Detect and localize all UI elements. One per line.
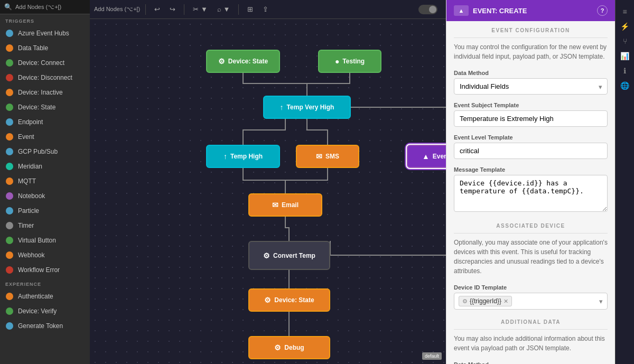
cut-button[interactable]: ✂ ▼ <box>190 3 210 15</box>
toolbar: Add Nodes (⌥+[) ↩ ↪ ✂ ▼ ⌕ ▼ ⊞ ⇪ <box>90 0 446 19</box>
sidebar-icon-device-disconnect <box>5 73 14 82</box>
sidebar-icon-device-state <box>5 103 14 111</box>
event-subject-input[interactable] <box>454 110 608 127</box>
sidebar-icon-authenticate <box>5 292 14 301</box>
sidebar-item-gcp-pubsub[interactable]: GCP Pub/Sub <box>0 144 90 159</box>
sidebar-label-timer: Timer <box>18 222 34 229</box>
sidebar-label-generate-token: Generate Token <box>18 322 63 330</box>
sidebar-item-workflow-error[interactable]: Workflow Error <box>0 263 90 277</box>
export-button[interactable]: ⇪ <box>259 3 272 15</box>
info-icon[interactable]: ℹ <box>618 63 632 78</box>
sidebar-icon-azure-event-hubs <box>5 29 14 38</box>
zoom-button[interactable]: ⌕ ▼ <box>214 3 233 15</box>
node-icon-convert-temp-node: ⚙ <box>263 251 270 260</box>
default-badge: default <box>422 352 442 360</box>
panel-help-icon[interactable]: ? <box>597 5 608 16</box>
sidebar-item-device-connect[interactable]: Device: Connect <box>0 55 90 70</box>
sidebar-icon-device-inactive <box>5 88 14 97</box>
sidebar-item-data-table[interactable]: Data Table <box>0 41 90 55</box>
toggle-knob <box>429 6 436 13</box>
right-icon-buttons: ≡⚡⑂📊ℹ🌐 <box>618 4 632 93</box>
sidebar-icon-device-verify <box>5 307 14 315</box>
sidebar-item-device-state[interactable]: Device: State <box>0 100 90 115</box>
temp-high-node[interactable]: ↑ Temp High <box>206 145 280 168</box>
sidebar-label-device-verify: Device: Verify <box>18 307 57 315</box>
debug-node[interactable]: ⚙ Debug <box>248 336 330 359</box>
sidebar-icon-data-table <box>5 44 14 52</box>
temp-very-high-node[interactable]: ↑ Temp Very High <box>263 96 351 119</box>
workflow-toggle[interactable] <box>418 5 437 14</box>
node-label-email-node: Email <box>282 201 299 209</box>
sidebar-item-endpoint[interactable]: Endpoint <box>0 115 90 129</box>
panel-header-icon: ▲ <box>454 5 469 16</box>
canvas[interactable]: ⚙ Device: State ● Testing ↑ Temp Very Hi… <box>90 19 446 364</box>
sidebar-item-meridian[interactable]: Meridian <box>0 159 90 174</box>
sidebar-item-timer[interactable]: Timer <box>0 218 90 233</box>
device-id-value: {{triggerId}} <box>470 297 501 305</box>
sidebar-item-webhook[interactable]: Webhook <box>0 248 90 263</box>
sidebar-label-endpoint: Endpoint <box>18 118 43 126</box>
node-icon-event-create-node: ▲ <box>422 152 430 161</box>
event-level-input[interactable] <box>454 143 608 159</box>
sidebar-item-azure-event-hubs[interactable]: Azure Event Hubs <box>0 26 90 41</box>
convert-temp-node[interactable]: ⚙ Convert Temp <box>248 241 330 270</box>
node-label-temp-very-high-node: Temp Very High <box>287 104 334 111</box>
data-method-select[interactable]: Individual FieldsPayload PathJSON Templa… <box>454 78 608 95</box>
node-label-testing-node: Testing <box>342 58 365 65</box>
device-id-label: Device ID Template <box>446 280 615 293</box>
sidebar-item-event[interactable]: Event <box>0 129 90 144</box>
node-label-device-state-node: Device: State <box>228 58 268 65</box>
sidebar-item-device-disconnect[interactable]: Device: Disconnect <box>0 70 90 85</box>
frame-button[interactable]: ⊞ <box>244 3 256 15</box>
testing-node[interactable]: ● Testing <box>318 50 381 73</box>
redo-button[interactable]: ↪ <box>166 3 179 15</box>
toolbar-divider-3 <box>238 4 239 15</box>
sidebar-icon-workflow-error <box>5 266 14 274</box>
sidebar-item-virtual-button[interactable]: Virtual Button <box>0 233 90 248</box>
node-icon-device-state-node: ⚙ <box>218 57 225 66</box>
sidebar-label-gcp-pubsub: GCP Pub/Sub <box>18 148 58 155</box>
sidebar-item-particle[interactable]: Particle <box>0 203 90 218</box>
panel-header: ▲ EVENT: CREATE ? <box>446 0 615 21</box>
event-create-node[interactable]: ▲ Event: Create <box>407 145 446 168</box>
sidebar-item-notebook[interactable]: Notebook <box>0 189 90 203</box>
search-bar[interactable]: 🔍 Add Nodes (⌥+[) <box>0 0 90 14</box>
device-id-dropdown-arrow[interactable]: ▾ <box>599 297 603 305</box>
node-label-temp-high-node: Temp High <box>230 153 263 160</box>
sidebar-label-azure-event-hubs: Azure Event Hubs <box>18 30 69 37</box>
device-state-node2[interactable]: ⚙ Device: State <box>248 288 330 312</box>
panel-title: EVENT: CREATE <box>473 7 527 15</box>
settings-icon[interactable]: ≡ <box>618 4 632 19</box>
flash-icon[interactable]: ⚡ <box>618 19 632 34</box>
panel-body: EVENT CONFIGURATION You may control the … <box>446 21 615 364</box>
trigger-items-container: Azure Event Hubs Data Table Device: Conn… <box>0 26 90 277</box>
device-tag-remove-icon[interactable]: ✕ <box>504 298 508 305</box>
chart-icon[interactable]: 📊 <box>618 49 632 63</box>
event-subject-label: Event Subject Template <box>446 98 615 110</box>
sidebar-label-device-inactive: Device: Inactive <box>18 89 63 96</box>
node-icon-sms-node: ✉ <box>316 152 322 161</box>
node-label-event-create-node: Event: Create <box>433 153 446 160</box>
device-id-tag: ⚙ {{triggerId}} ✕ <box>459 296 512 306</box>
sidebar-item-device-inactive[interactable]: Device: Inactive <box>0 85 90 100</box>
sms-node[interactable]: ✉ SMS <box>296 145 359 168</box>
sidebar-item-authenticate[interactable]: Authenticate <box>0 289 90 304</box>
branch-icon[interactable]: ⑂ <box>618 34 632 49</box>
event-config-section-header: EVENT CONFIGURATION <box>446 21 615 38</box>
sidebar-item-device-verify[interactable]: Device: Verify <box>0 304 90 319</box>
globe-icon[interactable]: 🌐 <box>618 78 632 93</box>
device-state-node[interactable]: ⚙ Device: State <box>206 50 280 73</box>
message-template-textarea[interactable] <box>454 175 608 212</box>
sidebar-label-device-state: Device: State <box>18 104 55 111</box>
sidebar-icon-event <box>5 133 14 141</box>
sidebar-label-meridian: Meridian <box>18 163 42 170</box>
additional-data-section-header: ADDITIONAL DATA <box>446 313 615 329</box>
triggers-section-label: TRIGGERS <box>0 14 90 26</box>
search-icon: 🔍 <box>4 3 12 11</box>
undo-button[interactable]: ↩ <box>151 3 163 15</box>
sidebar-item-generate-token[interactable]: Generate Token <box>0 319 90 333</box>
sidebar-label-webhook: Webhook <box>18 251 44 259</box>
sidebar-item-mqtt[interactable]: MQTT <box>0 174 90 189</box>
sidebar-label-authenticate: Authenticate <box>18 293 53 300</box>
email-node[interactable]: ✉ Email <box>248 193 322 217</box>
